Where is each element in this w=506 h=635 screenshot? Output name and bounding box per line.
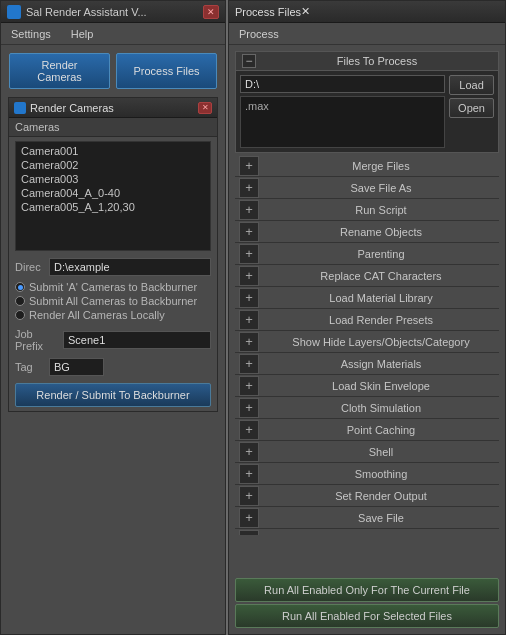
- radio-render-locally[interactable]: Render All Cameras Locally: [15, 309, 211, 321]
- process-files-title: Process Files: [235, 6, 301, 18]
- list-item[interactable]: Camera005_A_1,20,30: [19, 200, 207, 214]
- cameras-section-label: Cameras: [9, 118, 217, 137]
- process-files-title-bar: Process Files ✕: [229, 1, 505, 23]
- expand-shell-button[interactable]: +: [239, 442, 259, 462]
- expand-rename-objects-button[interactable]: +: [239, 222, 259, 242]
- main-window-icon: [7, 5, 21, 19]
- open-button[interactable]: Open: [449, 98, 494, 118]
- load-skin-label: Load Skin Envelope: [263, 380, 499, 392]
- set-render-output-label: Set Render Output: [263, 490, 499, 502]
- expand-assign-materials-button[interactable]: +: [239, 354, 259, 374]
- render-cameras-button[interactable]: Render Cameras: [9, 53, 110, 89]
- radio-dot-render-locally: [15, 310, 25, 320]
- show-hide-label: Show Hide Layers/Objects/Category: [263, 336, 499, 348]
- expand-save-file-button[interactable]: +: [239, 508, 259, 528]
- expand-save-file-as-button[interactable]: +: [239, 178, 259, 198]
- run-all-selected-files-button[interactable]: Run All Enabled For Selected Files: [235, 604, 499, 628]
- submit-backburner-button[interactable]: Render / Submit To Backburner: [15, 383, 211, 407]
- shell-label: Shell: [263, 446, 499, 458]
- list-item[interactable]: Camera002: [19, 158, 207, 172]
- process-item-load-material: + Load Material Library: [235, 287, 499, 309]
- expand-replace-cat-button[interactable]: +: [239, 266, 259, 286]
- main-title-text: Sal Render Assistant V...: [26, 6, 203, 18]
- smoothing-label: Smoothing: [263, 468, 499, 480]
- menu-process[interactable]: Process: [235, 26, 283, 42]
- radio-label-render-locally: Render All Cameras Locally: [29, 309, 165, 321]
- rename-objects-label: Rename Objects: [263, 226, 499, 238]
- render-cameras-close-button[interactable]: ✕: [198, 102, 212, 114]
- list-item[interactable]: Camera003: [19, 172, 207, 186]
- process-item-load-skin: + Load Skin Envelope: [235, 375, 499, 397]
- process-item-cloth: + Cloth Simulation: [235, 397, 499, 419]
- process-files-button[interactable]: Process Files: [116, 53, 217, 89]
- expand-show-hide-button[interactable]: +: [239, 332, 259, 352]
- radio-dot-submit-all: [15, 296, 25, 306]
- radio-submit-a[interactable]: Submit 'A' Cameras to Backburner: [15, 281, 211, 293]
- menu-help[interactable]: Help: [67, 26, 98, 42]
- process-item-merge-files: + Merge Files: [235, 155, 499, 177]
- radio-label-submit-a: Submit 'A' Cameras to Backburner: [29, 281, 197, 293]
- bottom-buttons: Run All Enabled Only For The Current Fil…: [229, 576, 505, 630]
- expand-load-material-button[interactable]: +: [239, 288, 259, 308]
- list-item[interactable]: .max: [243, 99, 442, 113]
- process-item-replace-cat: + Replace CAT Characters: [235, 265, 499, 287]
- cameras-list[interactable]: Camera001 Camera002 Camera003 Camera004_…: [15, 141, 211, 251]
- render-cameras-window: Render Cameras ✕ Cameras Camera001 Camer…: [8, 97, 218, 412]
- files-to-process-section: − Files To Process .max Load Open: [235, 51, 499, 153]
- process-item-run-script: + Run Script: [235, 199, 499, 221]
- parenting-label: Parenting: [263, 248, 499, 260]
- cloth-label: Cloth Simulation: [263, 402, 499, 414]
- tag-row: Tag: [9, 355, 217, 379]
- direc-label: Direc: [15, 261, 45, 273]
- merge-files-label: Merge Files: [263, 160, 499, 172]
- process-item-show-hide-layers: + Show Hide Layers/Objects/Category: [235, 331, 499, 353]
- job-prefix-input[interactable]: [63, 331, 211, 349]
- process-menu-bar: Process: [229, 23, 505, 45]
- render-cameras-title: Render Cameras: [30, 102, 114, 114]
- process-files-window: Process Files ✕ Process − Files To Proce…: [228, 0, 506, 635]
- expand-load-render-presets-button[interactable]: +: [239, 310, 259, 330]
- run-script-label: Run Script: [263, 204, 499, 216]
- load-button[interactable]: Load: [449, 75, 494, 95]
- files-right-panel: Load Open: [449, 75, 494, 148]
- expand-point-caching-button[interactable]: +: [239, 420, 259, 440]
- main-close-button[interactable]: ✕: [203, 5, 219, 19]
- expand-cloth-button[interactable]: +: [239, 398, 259, 418]
- path-input[interactable]: [240, 75, 445, 93]
- direc-row: Direc: [9, 255, 217, 279]
- direc-input[interactable]: [49, 258, 211, 276]
- process-item-rename-objects: + Rename Objects: [235, 221, 499, 243]
- tag-label: Tag: [15, 361, 45, 373]
- list-item[interactable]: Camera001: [19, 144, 207, 158]
- expand-merge-files-button[interactable]: +: [239, 156, 259, 176]
- files-collapse-button[interactable]: −: [242, 54, 256, 68]
- load-render-presets-label: Load Render Presets: [263, 314, 499, 326]
- expand-load-skin-button[interactable]: +: [239, 376, 259, 396]
- expand-render-button[interactable]: +: [239, 530, 259, 536]
- expand-set-render-button[interactable]: +: [239, 486, 259, 506]
- process-item-render: + Render: [235, 529, 499, 535]
- files-section-header: − Files To Process: [235, 51, 499, 71]
- process-item-load-render-presets: + Load Render Presets: [235, 309, 499, 331]
- file-listbox[interactable]: .max: [240, 96, 445, 148]
- main-buttons-row: Render Cameras Process Files: [1, 45, 225, 97]
- process-item-parenting: + Parenting: [235, 243, 499, 265]
- expand-smoothing-button[interactable]: +: [239, 464, 259, 484]
- menu-settings[interactable]: Settings: [7, 26, 55, 42]
- render-cameras-icon: [14, 102, 26, 114]
- list-item[interactable]: Camera004_A_0-40: [19, 186, 207, 200]
- run-all-current-file-button[interactable]: Run All Enabled Only For The Current Fil…: [235, 578, 499, 602]
- main-menu-bar: Settings Help: [1, 23, 225, 45]
- process-item-assign-materials: + Assign Materials: [235, 353, 499, 375]
- process-item-smoothing: + Smoothing: [235, 463, 499, 485]
- process-item-save-file-as: + Save File As: [235, 177, 499, 199]
- radio-submit-all[interactable]: Submit All Cameras to Backburner: [15, 295, 211, 307]
- expand-run-script-button[interactable]: +: [239, 200, 259, 220]
- save-file-label: Save File: [263, 512, 499, 524]
- expand-parenting-button[interactable]: +: [239, 244, 259, 264]
- job-prefix-row: Job Prefix: [9, 325, 217, 355]
- files-section-title: Files To Process: [262, 55, 492, 67]
- process-close-button[interactable]: ✕: [301, 5, 310, 18]
- tag-input[interactable]: [49, 358, 104, 376]
- save-file-as-label: Save File As: [263, 182, 499, 194]
